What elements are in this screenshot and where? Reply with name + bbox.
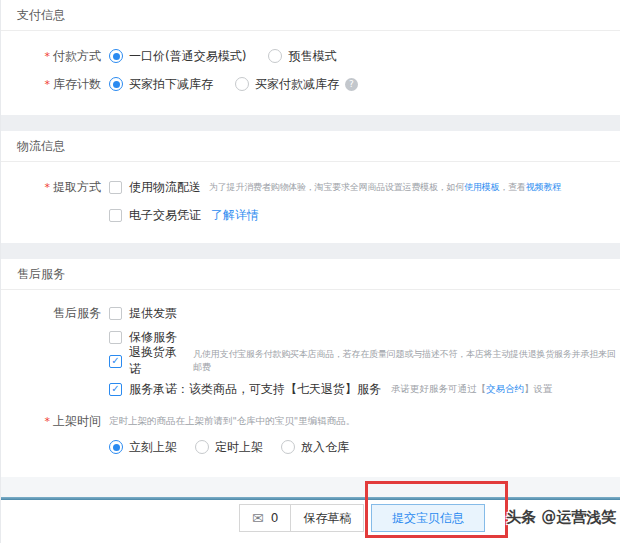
radio-fixed-price[interactable]: 一口价(普通交易模式) [109, 48, 246, 65]
logistics-section: 物流信息 *提取方式 ✓ 使用物流配送 为了提升消费者购物体验，淘宝要求全网商品… [1, 131, 620, 243]
message-count: 0 [271, 511, 279, 525]
help-icon[interactable]: ? [345, 78, 358, 91]
delivery-method-row: *提取方式 ✓ 使用物流配送 为了提升消费者购物体验，淘宝要求全网商品设置运费模… [1, 176, 620, 198]
payment-method-row: *付款方式 一口价(普通交易模式) 预售模式 [1, 45, 620, 67]
aftersale-section: 售后服务 售后服务 ✓ 提供发票 ✓ 保修服务 ✓ 退换货承诺 凡使用支付宝服务… [1, 259, 620, 477]
link-trade-contract[interactable]: 交易合约 [486, 383, 524, 394]
link-use-template[interactable]: 使用模板 [464, 182, 499, 192]
product-publish-page: 支付信息 *付款方式 一口价(普通交易模式) 预售模式 *库存计数 [0, 0, 620, 543]
link-learn-more[interactable]: 了解详情 [211, 207, 259, 224]
radio-off-icon[interactable] [268, 49, 282, 63]
delivery-method-label: *提取方式 [1, 179, 101, 196]
shelf-time-row: *上架时间 定时上架的商品在上架前请到"仓库中的宝贝"里编辑商品。 [1, 410, 620, 432]
radio-scheduled-list[interactable]: 定时上架 [195, 439, 263, 456]
radio-put-in-warehouse[interactable]: 放入仓库 [281, 439, 349, 456]
required-asterisk: * [45, 181, 51, 194]
section-divider [0, 115, 620, 131]
radio-reduce-on-payment[interactable]: 买家付款减库存 [235, 76, 339, 93]
return-promise-description: 凡使用支付宝服务付款购买本店商品，若存在质量问题或与描述不符，本店将主动提供退换… [193, 348, 620, 374]
payment-method-label: *付款方式 [1, 48, 101, 65]
stock-count-label: *库存计数 [1, 76, 101, 93]
checkbox-warranty[interactable]: ✓ [109, 331, 122, 344]
shelf-time-label: *上架时间 [1, 413, 101, 430]
envelope-icon: ✉ [252, 511, 264, 525]
logistics-description: 为了提升消费者购物体验，淘宝要求全网商品设置运费模板，如何使用模板，查看视频教程 [209, 181, 561, 194]
footer-band [0, 477, 620, 497]
invoice-row: 售后服务 ✓ 提供发票 [1, 302, 620, 324]
radio-on-icon[interactable] [109, 49, 123, 63]
radio-on-icon[interactable] [109, 440, 123, 454]
warranty-row: ✓ 保修服务 [1, 326, 620, 348]
checkbox-service-promise-checked[interactable]: ✓ [109, 383, 122, 396]
radio-presale-mode[interactable]: 预售模式 [268, 48, 336, 65]
checkbox-use-logistics[interactable]: ✓ [109, 181, 122, 194]
checkbox-e-voucher[interactable]: ✓ [109, 209, 122, 222]
radio-off-icon[interactable] [235, 77, 249, 91]
stock-count-row: *库存计数 买家拍下减库存 买家付款减库存 ? [1, 73, 620, 95]
e-voucher-row: ✓ 电子交易凭证 了解详情 [1, 204, 620, 226]
service-promise-row: ✓ 服务承诺：该类商品，可支持【七天退货】服务 承诺更好服务可通过【交易合约】设… [1, 378, 620, 400]
watermark-toutiao: 头条 @运营浅笑 [506, 508, 616, 527]
shelf-time-note: 定时上架的商品在上架前请到"仓库中的宝贝"里编辑商品。 [109, 415, 355, 428]
required-asterisk: * [45, 415, 51, 428]
logistics-section-title: 物流信息 [1, 131, 620, 162]
radio-off-icon[interactable] [281, 440, 295, 454]
required-asterisk: * [45, 78, 51, 91]
section-divider [0, 243, 620, 259]
checkbox-invoice[interactable]: ✓ [109, 307, 122, 320]
return-promise-row: ✓ 退换货承诺 凡使用支付宝服务付款购买本店商品，若存在质量问题或与描述不符，本… [1, 350, 620, 372]
radio-off-icon[interactable] [195, 440, 209, 454]
aftersale-row-label: 售后服务 [1, 305, 101, 322]
payment-section: 支付信息 *付款方式 一口价(普通交易模式) 预售模式 *库存计数 [1, 0, 620, 115]
aftersale-section-title: 售后服务 [1, 259, 620, 290]
message-count-button[interactable]: ✉ 0 [240, 505, 290, 531]
save-draft-button[interactable]: 保存草稿 [290, 505, 363, 531]
link-video-tutorial[interactable]: 视频教程 [526, 182, 561, 192]
checkbox-return-promise-checked[interactable]: ✓ [109, 355, 122, 368]
submit-product-button[interactable]: 提交宝贝信息 [371, 504, 485, 532]
radio-on-icon[interactable] [109, 77, 123, 91]
radio-list-now[interactable]: 立刻上架 [109, 439, 177, 456]
footer-button-group: ✉ 0 保存草稿 [239, 504, 364, 532]
radio-reduce-on-order[interactable]: 买家拍下减库存 [109, 76, 213, 93]
service-promise-description: 承诺更好服务可通过【交易合约】设置 [391, 383, 553, 396]
payment-section-title: 支付信息 [1, 0, 620, 31]
required-asterisk: * [45, 50, 51, 63]
shelf-options-row: 立刻上架 定时上架 放入仓库 [1, 436, 620, 458]
